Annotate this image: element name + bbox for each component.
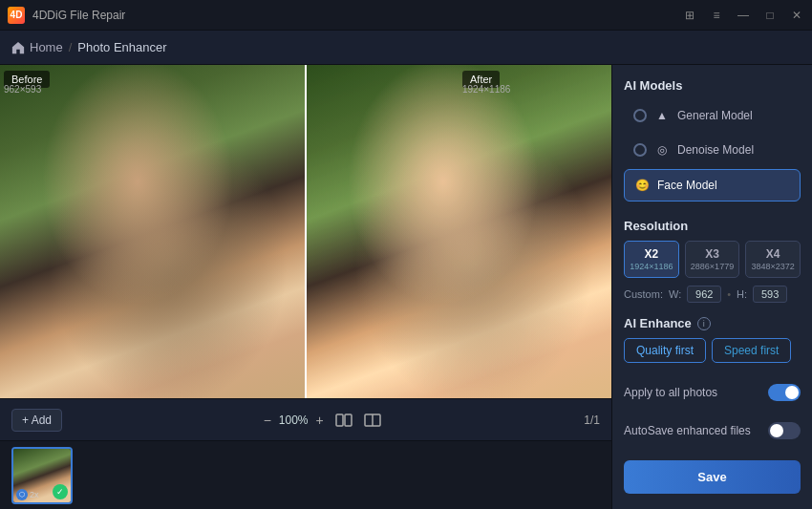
general-model-option[interactable]: ▲ General Model (624, 100, 801, 131)
nav-current-page: Photo Enhancer (77, 40, 166, 54)
after-canvas (306, 65, 611, 398)
ai-enhance-title: AI Enhance (624, 316, 692, 330)
right-panel: AI Models ▲ General Model ◎ Denoise Mode… (611, 65, 812, 509)
after-dimensions: 1924×1186 (462, 84, 510, 95)
zoom-controls: − 100% + (264, 413, 324, 428)
apply-to-all-label: Apply to all photos (624, 386, 717, 399)
info-icon[interactable]: i (697, 317, 711, 330)
thumbnail-strip: ✓ ⬡ 2x (0, 440, 611, 509)
svg-rect-1 (345, 414, 352, 426)
res-x3-dims: 2886×1779 (690, 262, 736, 271)
nav-separator: / (69, 40, 73, 54)
maximize-button[interactable]: □ (762, 8, 778, 23)
quality-first-button[interactable]: Quality first (624, 338, 706, 363)
denoise-model-icon: ◎ (654, 142, 670, 158)
before-photo: Before 962×593 (0, 65, 306, 398)
ai-enhance-header: AI Enhance i (624, 316, 801, 330)
image-panel: Before 962×593 After 1924×1186 + Add − (0, 65, 611, 509)
main-content: Before 962×593 After 1924×1186 + Add − (0, 65, 812, 509)
minimize-button[interactable]: — (736, 8, 751, 23)
speed-first-button[interactable]: Speed first (712, 338, 791, 363)
before-dimensions: 962×593 (4, 84, 41, 95)
before-canvas (0, 65, 306, 398)
bottom-toolbar: + Add − 100% + (0, 398, 611, 440)
compare-view-icon[interactable] (362, 410, 383, 431)
zoom-value: 100% (279, 414, 309, 427)
custom-w-label: W: (669, 288, 681, 300)
thumb-badge-label: 2x (30, 490, 39, 499)
add-button[interactable]: + Add (11, 409, 62, 432)
toolbar-left: + Add (11, 409, 62, 432)
custom-w-input[interactable] (687, 286, 721, 303)
denoise-model-option[interactable]: ◎ Denoise Model (624, 135, 801, 165)
toggle-knob (785, 386, 799, 399)
zoom-in-icon[interactable]: + (316, 413, 324, 428)
denoise-model-label: Denoise Model (677, 143, 754, 157)
thumb-check-icon: ✓ (53, 484, 68, 499)
add-label: + Add (22, 414, 52, 427)
res-x2-dims: 1924×1186 (629, 262, 674, 271)
custom-h-label: H: (737, 288, 747, 300)
thumb-badge: ⬡ 2x (16, 489, 39, 500)
app-logo: 4D (8, 7, 25, 24)
photo-divider (305, 65, 307, 398)
image-viewer: Before 962×593 After 1924×1186 (0, 65, 611, 398)
general-model-label: General Model (677, 109, 753, 122)
resolution-options: X2 1924×1186 X3 2886×1779 X4 3848×2372 (624, 241, 801, 278)
general-model-radio (633, 109, 647, 122)
home-nav-item[interactable]: Home (11, 40, 63, 54)
grid-icon[interactable]: ⊞ (682, 8, 697, 23)
title-bar: 4D 4DDiG File Repair ⊞ ≡ — □ ✕ (0, 0, 812, 31)
ai-enhance-section: AI Enhance i Quality first Speed first (624, 316, 801, 367)
resolution-x2[interactable]: X2 1924×1186 (624, 241, 679, 278)
enhance-options: Quality first Speed first (624, 338, 801, 363)
res-x4-dims: 3848×2372 (750, 262, 796, 271)
res-x3-label: X3 (690, 247, 736, 261)
autosave-toggle-knob (770, 424, 783, 437)
view-icons (333, 410, 383, 431)
denoise-model-radio (633, 143, 647, 157)
ai-models-section: AI Models ▲ General Model ◎ Denoise Mode… (624, 78, 801, 205)
apply-to-all-row: Apply to all photos (624, 380, 801, 405)
app-title: 4DDiG File Repair (32, 9, 125, 22)
autosave-row: AutoSave enhanced files (624, 418, 801, 443)
hamburger-icon[interactable]: ≡ (709, 8, 724, 23)
split-view-icon[interactable] (333, 410, 354, 431)
custom-label: Custom: (624, 288, 663, 300)
page-count: 1/1 (584, 414, 600, 427)
close-button[interactable]: ✕ (789, 8, 804, 23)
ai-models-title: AI Models (624, 78, 801, 93)
custom-resolution: Custom: W: • H: (624, 286, 801, 303)
face-model-icon: 😊 (634, 178, 650, 193)
autosave-label: AutoSave enhanced files (624, 424, 751, 437)
custom-dot: • (727, 288, 731, 300)
apply-to-all-toggle[interactable] (768, 384, 801, 401)
thumb-badge-icon: ⬡ (16, 489, 28, 500)
zoom-out-icon[interactable]: − (264, 413, 271, 428)
svg-rect-0 (336, 414, 343, 426)
res-x2-label: X2 (629, 247, 674, 261)
resolution-section: Resolution X2 1924×1186 X3 2886×1779 X4 … (624, 219, 801, 303)
toolbar-center: − 100% + (264, 410, 383, 431)
resolution-x4[interactable]: X4 3848×2372 (745, 241, 801, 278)
home-icon (11, 41, 25, 54)
title-bar-controls: ⊞ ≡ — □ ✕ (682, 8, 804, 23)
resolution-x3[interactable]: X3 2886×1779 (685, 241, 740, 278)
custom-h-input[interactable] (753, 286, 787, 303)
general-model-icon: ▲ (654, 108, 670, 123)
title-bar-left: 4D 4DDiG File Repair (8, 7, 125, 24)
after-photo: After 1924×1186 (306, 65, 611, 398)
autosave-toggle[interactable] (768, 422, 801, 439)
home-label: Home (30, 40, 63, 54)
face-model-option[interactable]: 😊 Face Model (624, 169, 801, 201)
res-x4-label: X4 (750, 247, 796, 261)
nav-bar: Home / Photo Enhancer (0, 31, 812, 65)
resolution-title: Resolution (624, 219, 801, 233)
face-model-label: Face Model (657, 179, 717, 192)
thumbnail-item[interactable]: ✓ ⬡ 2x (11, 447, 73, 504)
save-button[interactable]: Save (624, 460, 801, 494)
